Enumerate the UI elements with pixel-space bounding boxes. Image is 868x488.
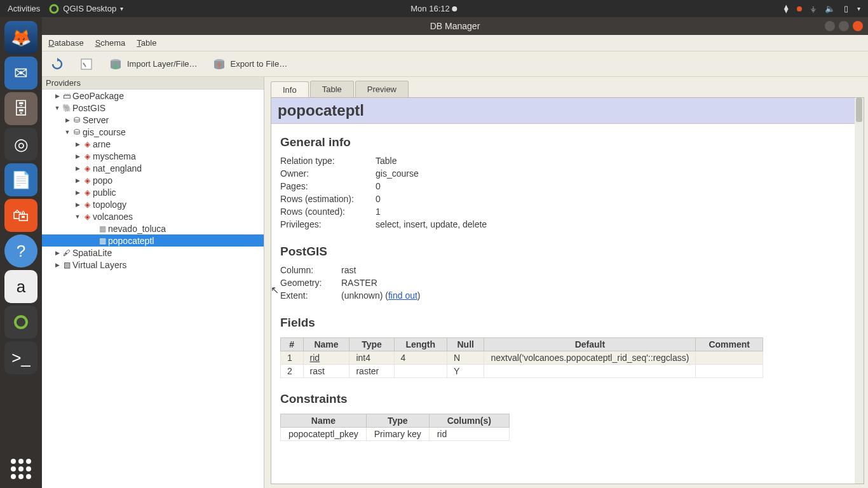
topbar-app-name: QGIS Desktop: [63, 4, 116, 13]
menu-table[interactable]: Table: [137, 38, 156, 48]
table-row: popocateptl_pkey Primary key rid: [281, 428, 510, 441]
value-rows-est: 0: [376, 193, 381, 205]
tree-item-server[interactable]: ▶⛁Server: [42, 114, 264, 126]
menu-database[interactable]: Database: [48, 38, 84, 48]
label-column: Column:: [280, 264, 341, 276]
page-title: popocateptl: [271, 98, 855, 124]
dock-terminal[interactable]: >_: [4, 341, 37, 374]
col-comment: Comment: [696, 338, 763, 351]
tab-info[interactable]: Info: [271, 81, 309, 98]
providers-panel-title: Providers: [42, 77, 264, 90]
desktop-topbar: Activities QGIS Desktop ▾ Mon 16:12 ⧫ ⏚ …: [0, 0, 868, 17]
value-extent: (unknown) (find out): [341, 289, 421, 302]
tree-item-postgis[interactable]: ▼🐘PostGIS: [42, 102, 264, 114]
heading-fields: Fields: [280, 311, 855, 335]
postgis-icon: 🐘: [61, 104, 72, 112]
topbar-clock[interactable]: Mon 16:12: [410, 4, 457, 13]
detail-tabs: Info Table Preview: [271, 81, 864, 97]
dropbox-icon[interactable]: ⧫: [784, 4, 788, 13]
tree-item-spatialite[interactable]: ▶🖋SpatiaLite: [42, 247, 264, 259]
col-null: Null: [447, 338, 484, 351]
schema-icon: ◈: [81, 212, 93, 221]
dock-writer[interactable]: 📄: [4, 163, 37, 196]
geopackage-icon: 🗃: [61, 92, 72, 100]
constraints-table: Name Type Column(s) popocateptl_pkey Pri…: [280, 414, 510, 441]
spatialite-icon: 🖋: [61, 248, 72, 257]
label-relation-type: Relation type:: [280, 154, 376, 167]
volume-icon[interactable]: 🔈: [825, 4, 835, 13]
label-extent: Extent:: [280, 289, 341, 302]
detail-pane: Info Table Preview popocateptl General i…: [264, 77, 868, 488]
wifi-icon[interactable]: ⏚: [811, 4, 816, 13]
db-manager-window: DB Manager Database Schema Table Import …: [42, 17, 868, 488]
tree-item-nat-england[interactable]: ▶◈nat_england: [42, 162, 264, 174]
value-relation-type: Table: [376, 154, 397, 167]
import-label: Import Layer/File…: [127, 59, 198, 69]
svg-rect-2: [81, 59, 92, 69]
value-pages: 0: [376, 180, 381, 193]
server-icon: ⛁: [71, 116, 83, 125]
activities-button[interactable]: Activities: [8, 4, 40, 13]
label-pages: Pages:: [280, 180, 376, 193]
schema-icon: ◈: [81, 176, 93, 185]
dock-show-apps[interactable]: [8, 456, 34, 482]
tree-item-virtual-layers[interactable]: ▶▧Virtual Layers: [42, 259, 264, 271]
providers-tree[interactable]: ▶🗃GeoPackage ▼🐘PostGIS ▶⛁Server ▼⛁gis_co…: [42, 90, 264, 488]
tree-item-gis-course[interactable]: ▼⛁gis_course: [42, 126, 264, 138]
scrollbar-vertical[interactable]: [855, 98, 864, 484]
menu-schema[interactable]: Schema: [95, 38, 126, 48]
window-maximize-button[interactable]: [839, 21, 849, 31]
fields-table: # Name Type Length Null Default Comment …: [280, 337, 763, 378]
heading-general-info: General info: [280, 130, 855, 154]
tree-item-arne[interactable]: ▶◈arne: [42, 138, 264, 150]
value-privileges: select, insert, update, delete: [376, 218, 487, 231]
label-rows-est: Rows (estimation):: [280, 193, 376, 205]
import-layer-button[interactable]: Import Layer/File…: [105, 55, 200, 73]
col-default: Default: [484, 338, 696, 351]
chevron-down-icon: ▾: [857, 5, 860, 12]
tree-item-volcanoes[interactable]: ▼◈volcanoes: [42, 210, 264, 222]
heading-constraints: Constraints: [280, 387, 855, 411]
tree-item-geopackage[interactable]: ▶🗃GeoPackage: [42, 90, 264, 102]
window-close-button[interactable]: [853, 21, 863, 31]
topbar-app-indicator[interactable]: QGIS Desktop ▾: [49, 4, 123, 14]
tab-preview[interactable]: Preview: [355, 81, 409, 97]
window-minimize-button[interactable]: [825, 21, 835, 31]
find-out-link[interactable]: find out: [388, 290, 417, 301]
value-rows-counted: 1: [376, 205, 381, 218]
tree-item-public[interactable]: ▶◈public: [42, 186, 264, 198]
menu-bar: Database Schema Table: [42, 35, 868, 51]
export-label: Export to File…: [231, 59, 288, 69]
dock-amazon[interactable]: a: [4, 270, 37, 303]
dock-files[interactable]: 🗄: [4, 92, 37, 125]
dock-software[interactable]: 🛍: [4, 199, 37, 232]
providers-panel: Providers ▶🗃GeoPackage ▼🐘PostGIS ▶⛁Serve…: [42, 77, 264, 488]
tree-item-popocateptl[interactable]: ▦popocateptl: [42, 234, 264, 247]
sql-window-button[interactable]: [76, 55, 97, 73]
table-row: 2 rast raster Y: [281, 365, 763, 378]
dock-qgis[interactable]: [4, 306, 37, 339]
col-num: #: [281, 338, 304, 351]
window-title: DB Manager: [430, 21, 480, 31]
virtual-layers-icon: ▧: [61, 261, 72, 269]
notification-dot-icon: [452, 6, 458, 11]
ccol-type: Type: [366, 414, 429, 428]
dock-firefox[interactable]: 🦊: [4, 21, 37, 54]
col-length: Length: [394, 338, 447, 351]
database-import-icon: [108, 57, 123, 72]
raster-icon: ▦: [97, 236, 108, 245]
tree-item-myschema[interactable]: ▶◈myschema: [42, 150, 264, 162]
dock-help[interactable]: ?: [4, 234, 37, 268]
battery-icon[interactable]: ▯: [844, 4, 848, 13]
dock-thunderbird[interactable]: ✉: [4, 57, 37, 90]
value-column: rast: [341, 264, 356, 276]
export-file-button[interactable]: Export to File…: [209, 55, 290, 73]
dock-rhythmbox[interactable]: ◎: [4, 128, 37, 161]
tree-item-nevado-toluca[interactable]: ▦nevado_toluca: [42, 222, 264, 234]
tab-table[interactable]: Table: [310, 81, 354, 97]
refresh-button[interactable]: [47, 55, 67, 73]
tree-item-topology[interactable]: ▶◈topology: [42, 198, 264, 210]
topbar-system-tray[interactable]: ⧫ ⏚ 🔈 ▯ ▾: [784, 4, 860, 13]
tree-item-popo[interactable]: ▶◈popo: [42, 174, 264, 186]
schema-icon: ◈: [81, 164, 93, 173]
